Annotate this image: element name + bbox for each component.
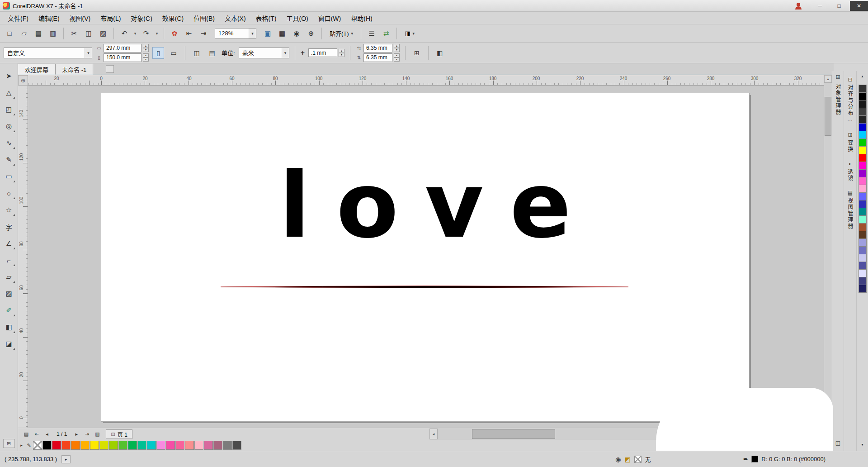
spin-up-button[interactable]: ▴ [394,53,400,57]
color-swatch[interactable] [859,246,867,254]
love-text-object[interactable]: love [101,156,749,255]
color-swatch[interactable] [175,441,184,450]
underline-stroke-object[interactable] [220,285,629,289]
color-swatch[interactable] [52,441,61,450]
color-swatch[interactable] [166,441,175,450]
save-button[interactable]: ▤ [32,27,45,40]
artistic-media-tool[interactable]: ✎ [2,152,16,167]
close-button[interactable]: ✕ [850,1,868,11]
search-content-button[interactable]: ✿ [168,27,181,40]
color-swatch[interactable] [859,115,867,124]
paste-button[interactable]: ▨ [96,27,110,40]
ruler-origin-button[interactable]: ⊕ [18,75,28,86]
redo-button[interactable]: ↷ [139,27,153,40]
color-swatch[interactable] [859,100,867,108]
color-swatch[interactable] [859,238,867,247]
spin-up-button[interactable]: ▴ [394,44,400,48]
color-swatch[interactable] [859,223,867,231]
toolbox-more-button[interactable]: ⊞ [3,439,15,448]
color-swatch[interactable] [99,441,108,450]
docker-collapse-icon[interactable]: ◫ [835,440,840,446]
interactive-fill-tool[interactable]: ◧ [2,320,16,334]
spin-down-button[interactable]: ▾ [394,57,400,62]
color-swatch[interactable] [859,215,867,224]
menu-item[interactable]: 效果(C) [157,13,189,24]
color-swatch[interactable] [859,138,867,147]
color-swatch[interactable] [859,208,867,216]
color-swatch[interactable] [223,441,232,450]
last-page-button[interactable]: ⇥ [82,429,91,438]
maximize-button[interactable]: □ [831,1,847,11]
duplicate-x-field[interactable]: 6.35 mm [363,44,392,52]
color-swatch[interactable] [147,441,156,450]
zoom-tool[interactable]: ◎ [2,119,16,133]
vertical-scrollbar[interactable]: ▴ ▾ [824,75,832,428]
freehand-tool[interactable]: ∿ [2,136,16,150]
fullscreen-preview-button[interactable]: ◉ [290,27,303,40]
rectangle-tool[interactable]: ▭ [2,169,16,184]
spin-down-button[interactable]: ▾ [339,53,344,57]
undo-dropdown[interactable]: ▾ [132,27,138,40]
units-combo[interactable]: 毫米 ▾ [239,48,289,58]
previous-page-button[interactable]: ◂ [42,429,52,438]
color-swatch[interactable] [61,441,71,450]
menu-item[interactable]: 工具(O) [281,13,313,24]
color-swatch[interactable] [71,441,80,450]
color-swatch[interactable] [859,123,867,131]
minimize-button[interactable]: ─ [812,1,828,11]
docker-tab[interactable]: ⊟ 对齐与分布… [846,75,854,125]
chevron-down-icon[interactable]: ▾ [249,29,256,38]
color-swatch[interactable] [859,254,867,262]
crop-tool[interactable]: ◰ [2,102,16,117]
docker-grip-icon[interactable]: ⊞ [835,74,840,80]
open-button[interactable]: ▱ [17,27,31,40]
color-swatch[interactable] [859,108,867,116]
color-swatch[interactable] [859,162,867,170]
page-list-button[interactable]: ▥ [93,429,102,438]
status-expand-button[interactable]: ▸ [61,455,71,463]
vertical-scroll-thumb[interactable] [825,97,831,136]
spin-down-button[interactable]: ▾ [143,57,149,62]
color-swatch[interactable] [859,269,867,277]
treat-as-filled-button[interactable]: ◧ [434,47,446,59]
color-swatch[interactable] [859,92,867,100]
color-swatch[interactable] [859,177,867,185]
cut-button[interactable]: ✂ [67,27,81,40]
landscape-orientation-button[interactable]: ▭ [168,47,179,59]
redo-dropdown[interactable]: ▾ [154,27,160,40]
import-button[interactable]: ⇤ [182,27,196,40]
shape-tool[interactable]: △ [2,86,16,100]
docker-tab[interactable]: ◐ 透镜 [846,159,854,183]
docker-tab-object-manager[interactable]: 对象管理器 [834,84,842,115]
ellipse-tool[interactable]: ○ [2,186,16,200]
menu-item[interactable]: 视图(V) [65,13,96,24]
zoom-level-combo[interactable]: 128% ▾ [215,28,256,39]
color-swatch[interactable] [859,192,867,200]
drop-shadow-tool[interactable]: ▱ [2,270,16,284]
color-swatch[interactable] [213,441,222,450]
color-proof-icon[interactable]: ◩ [624,456,630,463]
page-height-field[interactable]: 150.0 mm [104,53,142,62]
color-swatch[interactable] [42,441,52,450]
menu-item[interactable]: 编辑(E) [33,13,65,24]
scroll-left-button[interactable]: ◂ [429,429,438,439]
refresh-button[interactable]: ⇄ [379,27,393,40]
menu-item[interactable]: 文本(X) [220,13,251,24]
toolbar-tray-button[interactable]: ◨ ▾ [401,28,419,39]
menu-item[interactable]: 对象(C) [126,13,157,24]
color-swatch[interactable] [137,441,146,450]
print-button[interactable]: ▥ [46,27,60,40]
all-pages-button[interactable]: ◫ [191,47,203,59]
page-tab[interactable]: ▤ 页 1 [106,429,132,439]
dimension-tool[interactable]: ∠ [2,236,16,251]
color-swatch[interactable] [859,185,867,193]
document-tab[interactable]: 欢迎屏幕 [18,64,55,75]
pick-tool[interactable]: ➤ [2,69,16,83]
color-swatch[interactable] [859,285,867,293]
color-swatch[interactable] [185,441,194,450]
welcome-screen-button[interactable]: ▦ [275,27,289,40]
spin-up-button[interactable]: ▴ [339,49,344,53]
color-swatch[interactable] [156,441,165,450]
spin-down-button[interactable]: ▾ [143,48,149,52]
color-swatch[interactable] [859,277,867,285]
